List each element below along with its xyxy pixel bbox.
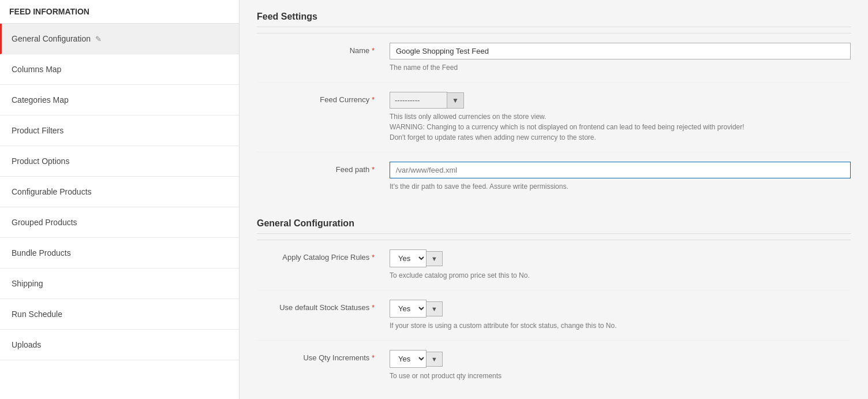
required-star: * bbox=[372, 166, 375, 174]
use-default-stock-statuses-label: Use default Stock Statuses * bbox=[257, 300, 384, 312]
feed-path-input[interactable] bbox=[390, 162, 851, 178]
sidebar-item-run-schedule[interactable]: Run Schedule bbox=[0, 299, 239, 330]
use-qty-increments-row: Use Qty Increments * Yes ▼ To use or not… bbox=[257, 341, 851, 390]
required-star: * bbox=[372, 304, 375, 312]
feed-settings-section: Feed Settings Name * The name of the Fee… bbox=[257, 12, 851, 201]
qty-increments-dropdown-btn[interactable]: ▼ bbox=[426, 352, 443, 367]
sidebar-item-uploads[interactable]: Uploads bbox=[0, 330, 239, 360]
use-qty-increments-label: Use Qty Increments * bbox=[257, 350, 384, 362]
sidebar-item-configurable-products[interactable]: Configurable Products bbox=[0, 177, 239, 207]
feed-currency-control-wrap: ---------- ▼ This lists only allowed cur… bbox=[384, 92, 851, 143]
sidebar: FEED INFORMATION General Configuration ✎… bbox=[0, 0, 240, 399]
sidebar-item-label: Shipping bbox=[12, 279, 43, 288]
sidebar-item-label: Grouped Products bbox=[12, 218, 77, 227]
stock-statuses-yes-wrap: Yes ▼ bbox=[390, 300, 851, 318]
use-default-stock-statuses-row: Use default Stock Statuses * Yes ▼ If yo… bbox=[257, 290, 851, 341]
feed-currency-hint: This lists only allowed currencies on th… bbox=[390, 111, 851, 143]
general-configuration-title: General Configuration bbox=[257, 218, 851, 234]
apply-catalog-price-rules-row: Apply Catalog Price Rules * Yes ▼ To exc… bbox=[257, 240, 851, 290]
feed-path-label: Feed path * bbox=[257, 162, 384, 174]
stock-statuses-dropdown-btn[interactable]: ▼ bbox=[426, 301, 443, 316]
sidebar-item-product-options[interactable]: Product Options bbox=[0, 146, 239, 177]
use-qty-increments-control-wrap: Yes ▼ To use or not product qty incremen… bbox=[384, 350, 851, 381]
sidebar-item-label: General Configuration bbox=[12, 34, 91, 43]
general-configuration-section: General Configuration Apply Catalog Pric… bbox=[257, 218, 851, 390]
sidebar-item-label: Product Filters bbox=[12, 126, 63, 135]
required-star: * bbox=[372, 47, 375, 55]
sidebar-item-product-filters[interactable]: Product Filters bbox=[0, 115, 239, 146]
use-default-stock-statuses-control-wrap: Yes ▼ If your store is using a custom at… bbox=[384, 300, 851, 331]
feed-currency-select[interactable]: ---------- bbox=[390, 92, 447, 109]
sidebar-header: FEED INFORMATION bbox=[0, 0, 239, 24]
main-content: Feed Settings Name * The name of the Fee… bbox=[240, 0, 868, 399]
feed-path-hint: It's the dir path to save the feed. Assu… bbox=[390, 181, 851, 192]
sidebar-item-label: Columns Map bbox=[12, 65, 61, 74]
sidebar-item-general-configuration[interactable]: General Configuration ✎ bbox=[0, 24, 239, 54]
feed-currency-label: Feed Currency * bbox=[257, 92, 384, 104]
feed-currency-select-wrap: ---------- ▼ bbox=[390, 92, 851, 109]
apply-catalog-dropdown-btn[interactable]: ▼ bbox=[426, 251, 443, 266]
edit-icon: ✎ bbox=[95, 35, 102, 43]
stock-statuses-hint: If your store is using a custom attribut… bbox=[390, 320, 851, 331]
name-control-wrap: The name of the Feed bbox=[384, 43, 851, 73]
required-star: * bbox=[372, 96, 375, 104]
sidebar-item-bundle-products[interactable]: Bundle Products bbox=[0, 238, 239, 269]
feed-path-row: Feed path * It's the dir path to save th… bbox=[257, 152, 851, 201]
sidebar-item-label: Uploads bbox=[12, 340, 41, 349]
stock-statuses-select[interactable]: Yes bbox=[390, 300, 426, 318]
name-input[interactable] bbox=[390, 43, 851, 59]
apply-catalog-price-rules-control-wrap: Yes ▼ To exclude catalog promo price set… bbox=[384, 249, 851, 281]
sidebar-item-label: Run Schedule bbox=[12, 309, 62, 319]
feed-currency-row: Feed Currency * ---------- ▼ This lists … bbox=[257, 83, 851, 152]
apply-catalog-hint: To exclude catalog promo price set this … bbox=[390, 270, 851, 281]
qty-increments-hint: To use or not product qty increments bbox=[390, 371, 851, 381]
qty-increments-yes-wrap: Yes ▼ bbox=[390, 350, 851, 368]
sidebar-item-categories-map[interactable]: Categories Map bbox=[0, 85, 239, 115]
apply-catalog-price-rules-label: Apply Catalog Price Rules * bbox=[257, 249, 384, 262]
sidebar-item-grouped-products[interactable]: Grouped Products bbox=[0, 207, 239, 238]
sidebar-item-label: Product Options bbox=[12, 156, 69, 166]
required-star: * bbox=[372, 253, 375, 262]
feed-settings-title: Feed Settings bbox=[257, 12, 851, 27]
apply-catalog-select[interactable]: Yes bbox=[390, 249, 426, 267]
name-row: Name * The name of the Feed bbox=[257, 33, 851, 83]
sidebar-item-label: Configurable Products bbox=[12, 187, 92, 196]
name-label: Name * bbox=[257, 43, 384, 55]
sidebar-item-label: Categories Map bbox=[12, 95, 69, 105]
apply-catalog-yes-wrap: Yes ▼ bbox=[390, 249, 851, 267]
sidebar-item-columns-map[interactable]: Columns Map bbox=[0, 54, 239, 85]
sidebar-item-label: Bundle Products bbox=[12, 248, 71, 258]
sidebar-item-shipping[interactable]: Shipping bbox=[0, 269, 239, 299]
feed-path-control-wrap: It's the dir path to save the feed. Assu… bbox=[384, 162, 851, 192]
qty-increments-select[interactable]: Yes bbox=[390, 350, 426, 368]
feed-currency-dropdown-btn[interactable]: ▼ bbox=[447, 92, 464, 109]
required-star: * bbox=[372, 354, 375, 362]
name-hint: The name of the Feed bbox=[390, 62, 851, 73]
